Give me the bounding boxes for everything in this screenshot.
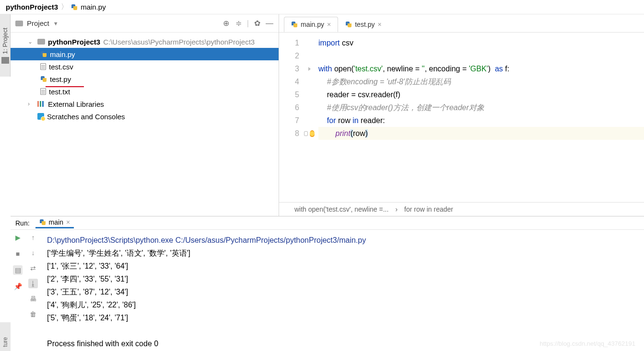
library-icon bbox=[37, 101, 45, 107]
console-line: ['2', '李四', '33', '55', '31'] bbox=[47, 275, 128, 283]
tab-main-py[interactable]: main.py × bbox=[284, 17, 338, 32]
code-editor[interactable]: 12345678 import csv with open('test.csv'… bbox=[279, 33, 644, 202]
close-icon[interactable]: × bbox=[66, 218, 70, 226]
project-root-path: C:\Users\asus\PycharmProjects\pythonProj… bbox=[103, 38, 255, 46]
down-arrow-icon[interactable]: ↓ bbox=[28, 248, 38, 258]
annotation-underline bbox=[46, 86, 84, 87]
project-tool-tab[interactable]: 1: Project bbox=[0, 14, 11, 77]
run-panel: Run: main × ▶ ■ ▤ 📌 ↑ ↓ ⇄ ⭳ 🖶 🗑 D:\pytho… bbox=[11, 216, 644, 351]
scratches-label: Scratches and Consoles bbox=[47, 113, 125, 121]
print-icon[interactable]: 🖶 bbox=[28, 294, 38, 304]
tab-label: test.py bbox=[355, 21, 375, 28]
chevron-down-icon[interactable]: ▼ bbox=[53, 21, 59, 26]
python-file-icon bbox=[71, 4, 78, 11]
console-line: ['4', '狗剩儿', '25', '22', '86'] bbox=[47, 301, 136, 309]
run-tab-main[interactable]: main × bbox=[35, 217, 74, 228]
layout-icon[interactable]: ▤ bbox=[13, 265, 23, 275]
python-file-icon bbox=[39, 219, 46, 226]
file-label: test.txt bbox=[49, 88, 70, 96]
file-label: test.py bbox=[50, 75, 71, 83]
folder-icon bbox=[37, 39, 45, 45]
chevron-right-icon: 〉 bbox=[61, 2, 68, 11]
wrap-icon[interactable]: ⇄ bbox=[28, 263, 38, 273]
python-file-icon bbox=[291, 21, 298, 28]
play-icon[interactable]: ▶ bbox=[13, 233, 23, 242]
gear-icon[interactable]: ✿ bbox=[253, 19, 261, 28]
console-line: ['3', '王五', '87', '12', '34'] bbox=[47, 288, 128, 296]
intention-bulb-icon[interactable] bbox=[310, 130, 315, 137]
bottom-left-tab[interactable]: ture bbox=[0, 322, 11, 351]
chevron-right-icon: › bbox=[395, 205, 398, 213]
folder-icon bbox=[15, 21, 23, 26]
python-file-icon bbox=[40, 51, 47, 57]
file-main-py[interactable]: main.py bbox=[11, 48, 279, 60]
breadcrumb-project[interactable]: pythonProject3 bbox=[6, 3, 58, 11]
bottom-tab-label: ture bbox=[2, 337, 9, 347]
python-file-icon bbox=[40, 76, 47, 82]
console-exit: Process finished with exit code 0 bbox=[47, 340, 158, 348]
scroll-end-icon[interactable]: ⭳ bbox=[28, 279, 38, 288]
crumb-with[interactable]: with open('test.csv', newline =... bbox=[294, 205, 388, 213]
close-icon[interactable]: × bbox=[327, 21, 331, 28]
project-tree: ⌄ pythonProject3 C:\Users\asus\PycharmPr… bbox=[11, 33, 279, 216]
gutter-marks bbox=[304, 33, 315, 202]
project-root[interactable]: ⌄ pythonProject3 C:\Users\asus\PycharmPr… bbox=[11, 35, 279, 48]
close-icon[interactable]: × bbox=[377, 21, 381, 28]
file-label: test.csv bbox=[49, 63, 73, 71]
run-header: Run: main × bbox=[11, 216, 644, 230]
run-tab-label: main bbox=[49, 218, 63, 226]
text-file-icon bbox=[40, 88, 46, 95]
console-command: D:\pythonProject3\Scripts\python.exe C:/… bbox=[47, 236, 366, 244]
crumb-for[interactable]: for row in reader bbox=[404, 205, 453, 213]
console-line: ['学生编号', '学生姓名', '语文', '数学', '英语'] bbox=[47, 249, 190, 257]
project-pane: Project ▼ ⊕ ≑ | ✿ — ⌄ pythonProject3 C:\… bbox=[11, 14, 279, 216]
file-test-py[interactable]: test.py bbox=[11, 73, 279, 85]
stop-icon[interactable]: ■ bbox=[13, 249, 23, 259]
up-arrow-icon[interactable]: ↑ bbox=[28, 233, 38, 242]
file-test-csv[interactable]: test.csv bbox=[11, 60, 279, 73]
editor-tabs: main.py × test.py × bbox=[279, 14, 644, 33]
run-side-toolbar: ▶ ■ ▤ 📌 bbox=[11, 230, 25, 351]
hide-icon[interactable]: — bbox=[265, 19, 274, 28]
console-line: ['5', '鸭蛋', '18', '24', '71'] bbox=[47, 314, 128, 322]
tab-test-py[interactable]: test.py × bbox=[338, 17, 388, 32]
watermark: https://blog.csdn.net/qq_43762191 bbox=[540, 340, 636, 347]
run-side-toolbar-2: ↑ ↓ ⇄ ⭳ 🖶 🗑 bbox=[25, 230, 41, 351]
collapse-icon[interactable]: ≑ bbox=[234, 19, 243, 28]
pin-icon[interactable]: 📌 bbox=[13, 282, 23, 291]
python-file-icon bbox=[345, 21, 352, 28]
fold-end-icon[interactable] bbox=[304, 131, 308, 136]
chevron-right-icon[interactable]: › bbox=[28, 101, 35, 107]
chevron-down-icon[interactable]: ⌄ bbox=[28, 38, 35, 45]
file-label: main.py bbox=[50, 50, 75, 58]
run-label: Run: bbox=[15, 219, 30, 227]
project-title[interactable]: Project bbox=[27, 19, 49, 27]
breadcrumb-file[interactable]: main.py bbox=[81, 3, 106, 11]
console-line: ['1', '张三', '12', '33', '64'] bbox=[47, 262, 128, 270]
project-root-name: pythonProject3 bbox=[48, 38, 100, 46]
code-crumb: with open('test.csv', newline =... › for… bbox=[279, 202, 644, 216]
text-file-icon bbox=[40, 63, 46, 70]
code-content[interactable]: import csv with open('test.csv', newline… bbox=[315, 33, 644, 202]
tab-label: main.py bbox=[301, 21, 324, 28]
project-tab-icon bbox=[1, 57, 9, 64]
external-label: External Libraries bbox=[48, 100, 104, 108]
locate-icon[interactable]: ⊕ bbox=[222, 19, 231, 28]
fold-icon[interactable] bbox=[308, 67, 311, 71]
project-tab-label: 1: Project bbox=[1, 28, 9, 54]
project-toolbar: Project ▼ ⊕ ≑ | ✿ — bbox=[11, 14, 279, 33]
scratches-consoles[interactable]: › Scratches and Consoles bbox=[11, 110, 279, 123]
scratch-icon bbox=[37, 113, 44, 120]
external-libraries[interactable]: › External Libraries bbox=[11, 98, 279, 110]
trash-icon[interactable]: 🗑 bbox=[28, 309, 38, 319]
console-output[interactable]: D:\pythonProject3\Scripts\python.exe C:/… bbox=[41, 230, 644, 351]
line-gutter: 12345678 bbox=[279, 33, 304, 202]
breadcrumb: pythonProject3 〉 main.py bbox=[0, 0, 644, 14]
editor-pane: main.py × test.py × 12345678 import csv … bbox=[279, 14, 644, 216]
